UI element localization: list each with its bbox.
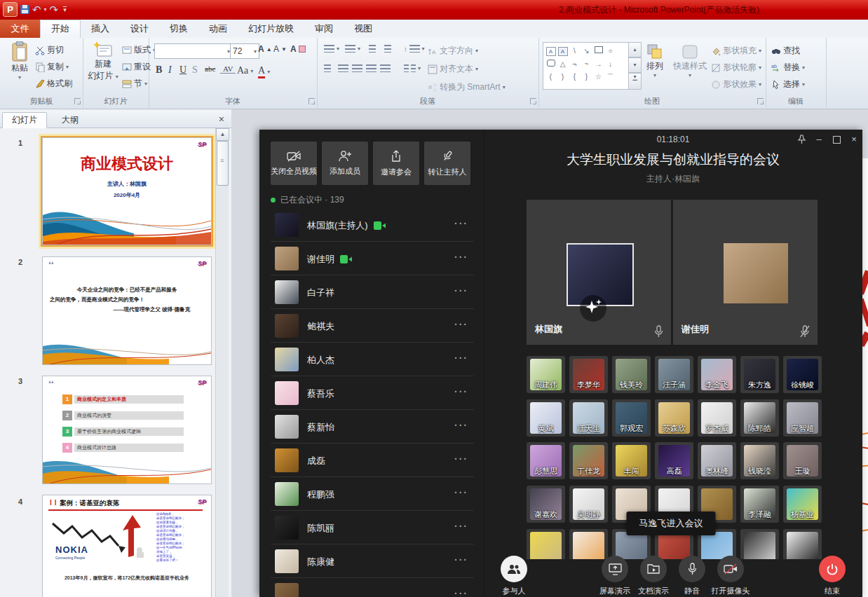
distribute-button[interactable] [380,64,391,72]
video-tile[interactable]: 杨基业 [783,486,822,523]
new-slide-button[interactable]: 新建 幻灯片 ▾ [87,41,119,82]
change-case-button[interactable]: Aa▾ [237,65,253,76]
ribbon-tab[interactable]: 设计 [120,20,159,38]
clear-formatting-button[interactable]: A [290,44,306,54]
paragraph-dialog-launcher[interactable] [530,98,536,104]
video-tile[interactable]: 汪天生 [569,399,608,437]
video-tile[interactable]: 陈郅皓 [740,399,779,437]
section-button[interactable]: 节▾ [122,78,147,90]
strikethrough-button[interactable]: abc [202,64,218,73]
video-tile[interactable]: 钱美玲 [612,356,651,393]
font-name-combo[interactable]: ▾ [154,43,233,59]
clipboard-dialog-launcher[interactable] [74,98,81,104]
font-size-combo[interactable]: 72▾ [230,43,259,59]
tab-slides-thumbnails[interactable]: 幻灯片 [2,112,47,128]
find-button[interactable]: 查找 [771,45,800,57]
video-tile[interactable] [740,529,779,559]
paste-button[interactable]: 粘贴▾ [6,41,34,81]
video-tile[interactable] [527,529,565,559]
ribbon-tab[interactable]: 动画 [198,20,238,38]
video-tile[interactable]: 彭慧思 [527,442,565,479]
video-tile[interactable]: 钱晓滢 [740,442,779,479]
video-tile[interactable]: 周建伟 [527,356,565,393]
increase-indent-button[interactable] [384,45,395,53]
shape-fill-button[interactable]: 形状填充▾ [711,45,761,57]
video-tile[interactable]: 谢嘉欢 [527,486,565,523]
ribbon-tab[interactable]: 视图 [344,20,383,38]
quick-styles-button[interactable]: 快速样式▾ [670,43,710,78]
convert-smartart-button[interactable]: 转换为 SmartArt▾ [428,81,506,93]
undo-icon[interactable]: ↶ [32,4,41,15]
tab-file[interactable]: 文件 [0,20,40,38]
scrollbar-thumb[interactable] [217,141,229,186]
line-spacing-button[interactable]: ↕▾ [404,45,425,53]
slide-thumbnail-3[interactable]: ❛❛ SP 1商业模式的定义和本质2商业模式的演变3基于价值主张的商业模式逻辑4… [42,376,212,484]
align-right-button[interactable] [352,64,362,72]
scroll-up-icon[interactable]: ▲ [216,128,229,141]
video-tile[interactable]: 罗杰威 [698,399,736,437]
video-tile[interactable]: 黄斌 [527,399,565,437]
participants-button[interactable]: 参与人 [489,556,538,596]
video-tile[interactable]: 吴明静 [569,486,608,523]
shapes-gallery[interactable]: AA\↘○ △¬~→↓ (){}☆⌒ [543,42,631,90]
redo-icon[interactable]: ↷ [50,4,59,15]
bold-button[interactable]: B [153,64,165,76]
columns-button[interactable]: ▾ [404,64,421,72]
ribbon-tab[interactable]: 插入 [81,20,120,38]
sidebar-close-icon[interactable]: × [219,114,224,125]
tab-outline[interactable]: 大纲 [48,112,93,128]
shapes-gallery-scroll[interactable]: ▴ ▾ ▾▔ [628,42,637,90]
video-tile[interactable]: 应智超 [783,399,822,437]
align-left-button[interactable] [324,64,334,72]
participant-row[interactable]: ··· [259,578,484,597]
drawing-dialog-launcher[interactable] [757,98,764,104]
video-tile[interactable]: 郭观宏 [612,399,651,437]
align-text-button[interactable]: 对齐文本▾ [428,63,478,75]
text-shadow-button[interactable]: S [189,64,201,76]
video-tile[interactable]: 丰闯 [612,442,651,479]
more-options-icon[interactable]: ··· [454,588,468,597]
shrink-font-button[interactable]: A▼ [273,44,287,54]
copy-button[interactable]: 复制▾ [35,61,69,73]
grow-font-button[interactable]: A▲ [258,44,272,54]
open-camera-button[interactable]: 打开摄像头 [706,556,755,596]
video-tile[interactable]: 丁佳龙 [569,442,608,479]
qat-customize-icon[interactable]: ▾ [63,6,67,13]
text-direction-button[interactable]: A 文字方向▾ [428,45,478,57]
save-icon[interactable] [20,5,29,14]
slide-thumbnail-4[interactable]: ❙❙ ❙ 案例：诺基亚的衰落 SP NOKIA Connecting Peopl… [42,495,212,597]
decrease-indent-button[interactable] [369,45,379,53]
video-tile[interactable]: 徐铫峻 [783,356,822,393]
video-tile[interactable]: 汪子涵 [655,356,693,393]
underline-button[interactable]: U [177,64,189,76]
ribbon-tab[interactable]: 幻灯片放映 [238,20,304,38]
font-color-button[interactable]: A▾ [258,65,270,78]
replace-button[interactable]: ab 替换▾ [771,62,805,74]
italic-button[interactable]: I [165,64,175,76]
shape-outline-button[interactable]: 形状轮廓▾ [711,62,761,74]
align-center-button[interactable] [338,64,348,72]
video-tile[interactable]: 李泽融 [740,486,779,523]
video-tile[interactable] [783,529,822,559]
reset-button[interactable]: 重设 [122,61,151,73]
justify-button[interactable] [366,64,377,72]
slide-thumbnail-1[interactable]: SP 商业模式设计 主讲人：林国旗 2020年4月 [42,137,212,245]
shape-effects-button[interactable]: 形状效果▾ [711,78,761,90]
video-tile[interactable]: 朱方逸 [740,356,779,393]
video-tile[interactable]: 高磊 [655,442,693,479]
video-tile[interactable]: 苏森欣 [655,399,693,437]
cut-button[interactable]: 剪切 [35,44,64,56]
video-tile[interactable] [569,529,608,559]
slide-thumbnail-2[interactable]: ❛❛ SP 今天企业之间的竞争：已经不是产品和服务之间的竞争，而是商业模式之间的… [42,256,212,365]
font-dialog-launcher[interactable] [308,98,315,104]
ribbon-tab[interactable]: 切换 [159,20,198,38]
format-painter-button[interactable]: 格式刷 [35,78,72,90]
sidebar-scrollbar[interactable]: ▲ [215,128,229,597]
numbering-button[interactable]: ▾ [345,45,360,53]
video-tile[interactable]: 李梦华 [569,356,608,393]
ribbon-tab[interactable]: 开始 [40,20,81,38]
ribbon-tab[interactable]: 审阅 [304,20,344,38]
end-meeting-button[interactable]: 结束 [808,556,857,596]
bullets-button[interactable]: ▾ [324,45,339,53]
character-spacing-button[interactable]: AV [220,64,236,74]
